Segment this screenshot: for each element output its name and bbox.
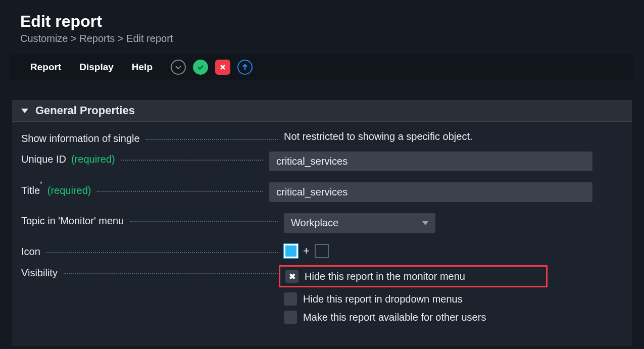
menubar: Report Display Help [10,55,634,80]
dots-filler [46,252,278,253]
required-tag: (required) [71,154,115,165]
label-title: Title* [21,184,42,196]
dropdown-icon[interactable] [171,60,186,75]
page-title: Edit report [20,12,624,31]
label-visibility: Visibility [21,267,58,279]
menu-help[interactable]: Help [132,62,153,73]
section-title: General Properties [35,104,135,117]
checkbox-label-available-others: Make this report available for other use… [303,312,486,323]
dots-filler [97,191,263,192]
dots-filler [64,273,278,274]
collapse-icon [21,109,28,113]
icon-swatch-selected[interactable] [284,244,298,258]
label-topic: Topic in 'Monitor' menu [21,215,124,227]
menu-display[interactable]: Display [79,62,114,73]
checkbox-hide-dropdown[interactable] [284,292,297,306]
breadcrumb[interactable]: Customize > Reports > Edit report [20,33,624,44]
checkbox-label-hide-monitor: Hide this report in the monitor menu [305,271,465,282]
label-unique-id: Unique ID [21,154,66,165]
required-tag: (required) [47,185,91,196]
topic-select-value: Workplace [291,217,338,229]
show-info-value: Not restricted to showing a specific obj… [284,131,473,142]
checkbox-hide-monitor[interactable] [285,270,299,283]
title-input[interactable] [269,182,592,202]
checkbox-label-hide-dropdown: Hide this report in dropdown menus [303,293,463,305]
label-show-info: Show information of single [21,133,140,144]
save-icon[interactable] [193,60,208,75]
dots-filler [130,221,278,222]
section-header-general[interactable]: General Properties [12,100,632,122]
unique-id-input[interactable] [269,152,592,171]
topic-select[interactable]: Workplace [284,213,435,233]
chevron-down-icon [422,221,428,225]
checkbox-available-others[interactable] [284,311,297,324]
plus-icon: + [303,244,310,258]
icon-swatch-add[interactable] [315,244,329,258]
dots-filler [121,160,263,161]
upload-icon[interactable] [237,60,253,75]
menu-report[interactable]: Report [30,62,61,73]
label-icon: Icon [21,246,40,258]
highlight-annotation: Hide this report in the monitor menu [279,265,548,287]
cancel-icon[interactable] [215,60,230,75]
dots-filler [146,139,278,140]
